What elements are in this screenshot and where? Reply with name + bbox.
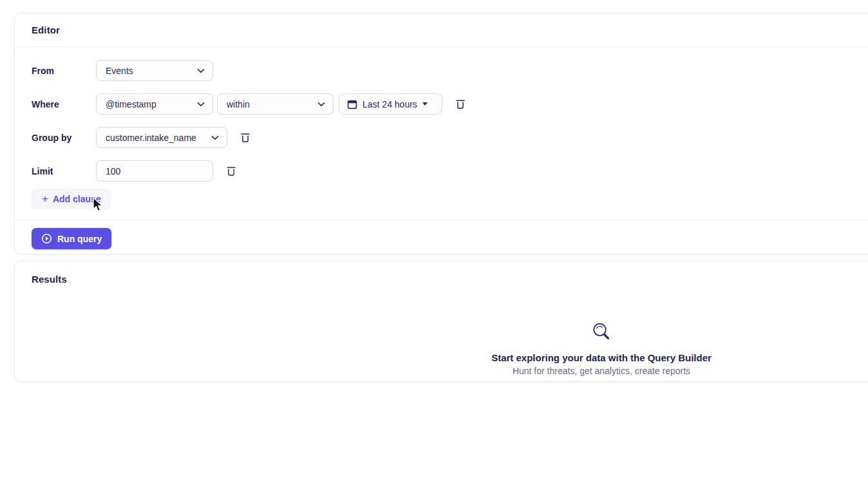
empty-state-title: Start exploring your data with the Query… [15, 352, 868, 363]
run-query-button[interactable]: Run query [32, 228, 111, 249]
group-by-label: Group by [32, 133, 96, 143]
limit-input[interactable] [96, 160, 213, 182]
add-clause-label: Add clause [53, 194, 101, 204]
group-by-value: customer.intake_name [106, 133, 196, 143]
where-row: Where @timestamp within Last 24 hours [32, 93, 868, 115]
play-circle-icon [41, 233, 52, 244]
group-by-select[interactable]: customer.intake_name [96, 127, 227, 148]
caret-down-icon [422, 102, 428, 106]
run-query-row: Run query [15, 220, 868, 249]
from-select-value: Events [106, 66, 133, 76]
group-by-row: Group by customer.intake_name [32, 127, 868, 148]
limit-delete-button[interactable] [225, 164, 238, 178]
from-row: From Events [32, 60, 868, 81]
where-delete-button[interactable] [454, 97, 467, 111]
from-label: From [32, 66, 96, 76]
run-query-label: Run query [57, 234, 102, 244]
where-label: Where [32, 99, 96, 109]
from-select[interactable]: Events [96, 60, 213, 81]
editor-panel: Editor From Events Where @timestamp with… [14, 13, 868, 254]
calendar-icon [347, 99, 357, 109]
editor-title: Editor [15, 14, 868, 47]
plus-icon: + [42, 193, 48, 204]
where-field-value: @timestamp [106, 99, 156, 109]
time-range-value: Last 24 hours [363, 99, 417, 109]
chevron-down-icon [197, 68, 205, 73]
where-operator-value: within [227, 99, 250, 109]
trash-icon [240, 132, 250, 143]
where-field-select[interactable]: @timestamp [96, 93, 213, 115]
chevron-down-icon [317, 102, 325, 107]
where-operator-select[interactable]: within [217, 93, 334, 115]
results-empty-state: Start exploring your data with the Query… [15, 321, 868, 376]
magnifier-icon [590, 321, 612, 345]
results-title: Results [15, 261, 868, 291]
group-by-delete-button[interactable] [239, 131, 252, 144]
limit-row: Limit [32, 160, 868, 182]
empty-state-subtitle: Hunt for threats, get analytics, create … [15, 366, 868, 376]
chevron-down-icon [211, 135, 219, 140]
query-builder: From Events Where @timestamp within [15, 47, 868, 209]
trash-icon [455, 99, 466, 109]
limit-label: Limit [32, 166, 96, 176]
add-clause-button[interactable]: + Add clause [32, 189, 111, 209]
chevron-down-icon [197, 102, 205, 107]
time-range-button[interactable]: Last 24 hours [339, 93, 442, 115]
results-panel: Results Start exploring your data with t… [14, 261, 868, 382]
trash-icon [226, 165, 236, 176]
